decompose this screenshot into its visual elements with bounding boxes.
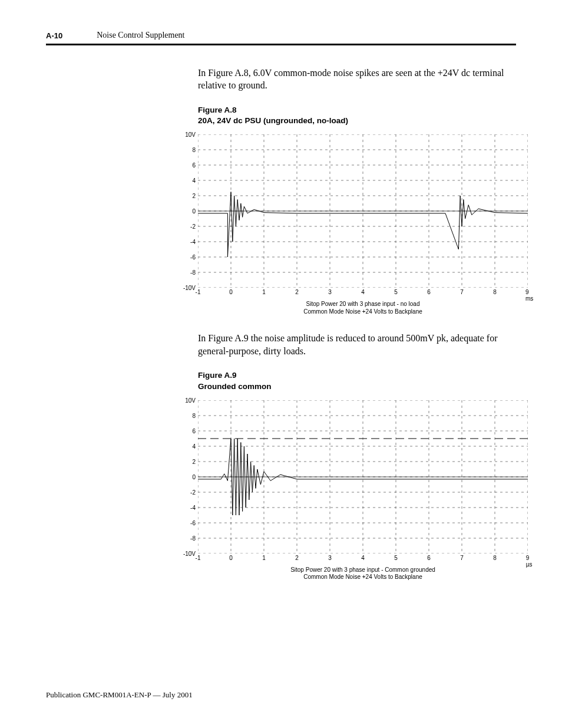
figure-a8-subtitle-1: Sitop Power 20 with 3 phase input - no l… [306,301,420,307]
figure-a8-number: Figure A.8 [198,105,516,116]
page-number: A-10 [46,31,62,40]
publication-footer: Publication GMC-RM001A-EN-P — July 2001 [46,690,193,700]
chart-a9: 10V86420-2-4-6-8-10V [198,400,528,554]
header-rule [46,44,516,45]
figure-a8-subtitle-2: Common Mode Noise +24 Volts to Backplane [303,308,422,315]
chart-a8: 10V86420-2-4-6-8-10V [198,134,528,288]
section-title: Noise Control Supplement [97,31,184,40]
paragraph-a9: In Figure A.9 the noise amplitude is red… [0,332,562,357]
figure-a9-number: Figure A.9 [198,370,516,381]
figure-a8-title: 20A, 24V dc PSU (ungrounded, no-load) [198,116,516,126]
figure-a9-subtitle-2: Common Mode Noise +24 Volts to Backplane [303,574,422,580]
paragraph-a8: In Figure A.8, 6.0V common-mode noise sp… [0,67,562,92]
figure-a9-subtitle-1: Sitop Power 20 with 3 phase input - Comm… [290,566,435,573]
figure-a9-title: Grounded common [198,381,516,392]
